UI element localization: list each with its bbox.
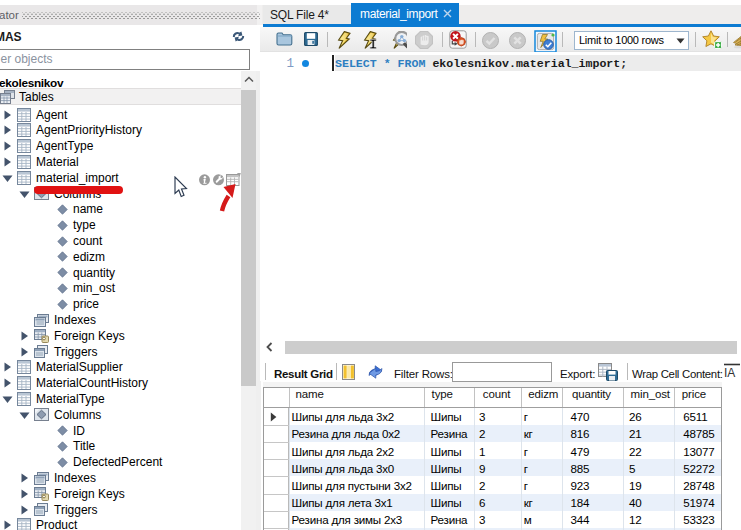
svg-text:IA: IA: [724, 366, 735, 379]
